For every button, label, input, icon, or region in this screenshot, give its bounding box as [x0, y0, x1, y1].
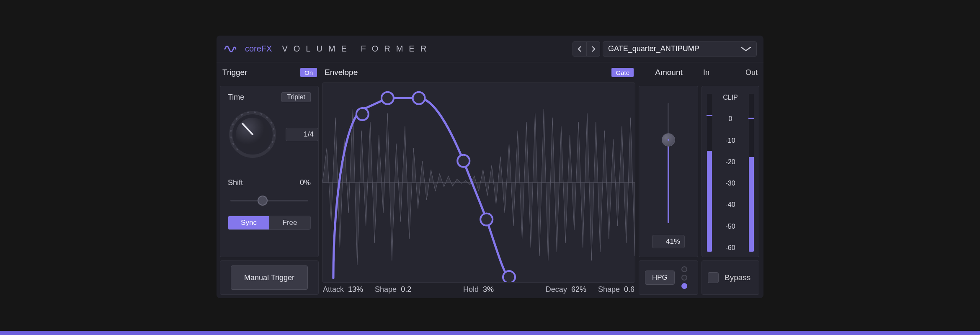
in-label: In — [703, 68, 709, 77]
preset-nav-group — [573, 41, 600, 57]
hpg-radio-3[interactable] — [681, 283, 687, 289]
preset-dropdown[interactable]: GATE_quarter_ANTIPUMP — [603, 41, 757, 57]
meter-column: In Out CLIP 0 -10 -20 -30 -40 -50 -60 — [701, 62, 763, 298]
shift-slider[interactable] — [228, 196, 311, 205]
manual-trigger-panel: Manual Trigger — [220, 260, 319, 295]
envelope-header: Envelope Gate — [322, 62, 635, 82]
shape2-readout[interactable]: Shape 0.6 — [598, 285, 634, 294]
svg-point-5 — [413, 92, 425, 104]
amount-column: Amount 41% HPG — [639, 62, 701, 298]
svg-point-8 — [503, 271, 515, 282]
trigger-header: Trigger On — [220, 62, 319, 82]
input-meter — [707, 94, 712, 252]
bypass-label: Bypass — [725, 273, 750, 282]
preset-prev-button[interactable] — [573, 42, 586, 56]
envelope-readouts: Attack 13% Shape 0.2 Hold 3% Decay 62% — [322, 283, 635, 295]
bypass-checkbox[interactable] — [708, 272, 719, 283]
meter-panel: CLIP 0 -10 -20 -30 -40 -50 -60 — [701, 86, 759, 257]
shift-value: 0% — [300, 178, 311, 187]
hpg-radio-2[interactable] — [681, 275, 687, 281]
meter-scale: CLIP 0 -10 -20 -30 -40 -50 -60 — [712, 94, 749, 252]
plugin-window: coreFX VOLUME FORMER GATE_quarter_ANTIPU… — [217, 36, 763, 298]
triplet-label: Triplet — [287, 93, 305, 101]
hpg-panel: HPG — [639, 260, 698, 295]
brand-logo-icon — [223, 42, 237, 56]
envelope-title: Envelope — [325, 68, 358, 77]
plugin-body: Trigger On Time Triplet — [217, 62, 763, 298]
shift-label: Shift — [228, 178, 243, 187]
time-value[interactable]: 1/4 — [286, 128, 318, 141]
footer-bar-violet — [0, 331, 980, 335]
svg-point-6 — [457, 155, 469, 167]
gate-label: Gate — [611, 68, 634, 77]
clip-label: CLIP — [714, 94, 746, 101]
amount-slider[interactable] — [661, 99, 676, 227]
preset-name: GATE_quarter_ANTIPUMP — [608, 44, 735, 53]
preset-nav: GATE_quarter_ANTIPUMP — [573, 41, 757, 57]
meter-header: In Out — [701, 62, 759, 82]
topbar: coreFX VOLUME FORMER GATE_quarter_ANTIPU… — [217, 36, 763, 62]
hold-readout[interactable]: Hold 3% — [463, 285, 494, 294]
attack-readout[interactable]: Attack 13% — [323, 285, 363, 294]
product-label: VOLUME FORMER — [282, 44, 432, 54]
bypass-panel: Bypass — [701, 260, 759, 295]
envelope-column: Envelope Gate — [322, 62, 639, 298]
amount-value[interactable]: 41% — [652, 235, 685, 248]
hpg-radio-1[interactable] — [681, 266, 687, 272]
hpg-radio-group — [681, 266, 687, 289]
amount-header: Amount — [639, 62, 698, 82]
svg-point-3 — [356, 108, 369, 120]
svg-point-4 — [382, 92, 394, 104]
envelope-gate-toggle[interactable]: Gate — [611, 68, 634, 77]
trigger-on-toggle[interactable]: On — [300, 68, 317, 77]
preset-next-button[interactable] — [586, 42, 600, 56]
manual-trigger-button[interactable]: Manual Trigger — [231, 265, 308, 290]
trigger-column: Trigger On Time Triplet — [217, 62, 322, 298]
svg-point-7 — [480, 213, 493, 225]
trigger-on-label: On — [300, 68, 317, 77]
shape1-readout[interactable]: Shape 0.2 — [375, 285, 411, 294]
time-knob[interactable] — [228, 110, 277, 159]
sync-free-switch[interactable]: Sync Free — [228, 216, 311, 230]
output-meter — [749, 94, 754, 252]
time-label: Time — [228, 93, 244, 102]
trigger-panel: Time Triplet — [220, 86, 319, 257]
free-option[interactable]: Free — [269, 216, 310, 229]
amount-panel: 41% — [639, 86, 698, 257]
out-label: Out — [745, 68, 758, 77]
hpg-button[interactable]: HPG — [645, 271, 675, 285]
chevron-down-icon — [740, 46, 751, 52]
trigger-title: Trigger — [222, 68, 247, 77]
decay-readout[interactable]: Decay 62% — [546, 285, 586, 294]
brand-label: coreFX — [245, 44, 272, 54]
envelope-display[interactable] — [322, 82, 635, 283]
sync-option[interactable]: Sync — [228, 216, 269, 229]
triplet-button[interactable]: Triplet — [281, 92, 311, 102]
